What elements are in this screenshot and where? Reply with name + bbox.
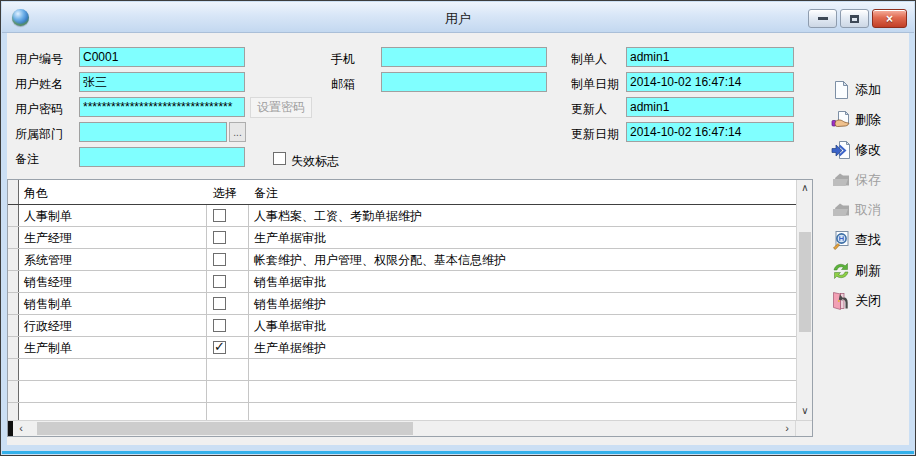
- save-button[interactable]: 保存: [831, 169, 881, 191]
- titlebar[interactable]: 用户 ×: [2, 2, 914, 33]
- table-header-row: 角色 选择 备注: [8, 180, 796, 205]
- remark-field[interactable]: [79, 147, 245, 167]
- role-cell: 销售制单: [19, 293, 207, 314]
- creator-label: 制单人: [571, 51, 607, 68]
- set-password-button[interactable]: 设置密码: [250, 97, 312, 118]
- horizontal-scrollbar[interactable]: ‹ ›: [8, 420, 812, 436]
- add-icon: [831, 80, 851, 100]
- remark-cell: 生产单据审批: [249, 227, 796, 248]
- close-button[interactable]: ×: [872, 9, 907, 28]
- role-cell: 系统管理: [19, 249, 207, 270]
- empty-table-row: [8, 359, 796, 381]
- row-selector[interactable]: [8, 337, 19, 358]
- user-code-label: 用户编号: [15, 51, 63, 68]
- scroll-down-icon[interactable]: ∨: [797, 403, 813, 420]
- find-button[interactable]: 查找: [831, 229, 881, 251]
- row-selector[interactable]: [8, 227, 19, 248]
- cancel-button[interactable]: 取消: [831, 199, 881, 221]
- table-row[interactable]: 行政经理 人事单据审批: [8, 315, 796, 337]
- password-field[interactable]: [79, 97, 245, 117]
- close-form-button[interactable]: 关闭: [831, 290, 881, 312]
- minimize-icon: [818, 17, 828, 20]
- roles-grid: 角色 选择 备注 人事制单 人事档案、工资、考勤单据维护 生产经理 生产单据审批: [8, 180, 796, 420]
- table-row[interactable]: 销售制单 销售单据维护: [8, 293, 796, 315]
- invalid-flag-checkbox[interactable]: [273, 152, 286, 165]
- create-date-label: 制单日期: [571, 76, 619, 93]
- roles-table: 角色 选择 备注 人事制单 人事档案、工资、考勤单据维护 生产经理 生产单据审批: [7, 179, 813, 437]
- minimize-button[interactable]: [808, 9, 837, 28]
- invalid-flag-label: 失效标志: [291, 153, 339, 170]
- vertical-scroll-thumb[interactable]: [799, 232, 811, 332]
- table-row[interactable]: 生产经理 生产单据审批: [8, 227, 796, 249]
- updater-field[interactable]: [626, 97, 794, 117]
- modify-icon: [831, 140, 851, 160]
- scroll-up-icon[interactable]: ∧: [797, 180, 813, 197]
- update-date-label: 更新日期: [571, 126, 619, 143]
- role-cell: 人事制单: [19, 205, 207, 226]
- scrollbar-corner: [795, 421, 812, 436]
- vertical-scrollbar[interactable]: ∧ ∨: [796, 180, 812, 420]
- find-icon: [831, 230, 851, 250]
- empty-table-row: [8, 403, 796, 420]
- role-select-checkbox[interactable]: [213, 319, 226, 332]
- window-title: 用户: [2, 10, 914, 28]
- delete-icon: [831, 110, 851, 130]
- role-select-checkbox[interactable]: [213, 341, 226, 354]
- column-header-role[interactable]: 角色: [19, 180, 207, 204]
- remark-cell: 人事档案、工资、考勤单据维护: [249, 205, 796, 226]
- mobile-field[interactable]: [381, 47, 547, 67]
- scroll-right-icon[interactable]: ›: [779, 421, 795, 436]
- email-label: 邮箱: [331, 76, 355, 93]
- remark-cell: 人事单据审批: [249, 315, 796, 336]
- maximize-icon: [850, 15, 859, 23]
- role-select-checkbox[interactable]: [213, 253, 226, 266]
- remark-cell: 销售单据审批: [249, 271, 796, 292]
- role-select-checkbox[interactable]: [213, 231, 226, 244]
- cancel-icon: [831, 200, 851, 220]
- column-header-select[interactable]: 选择: [207, 180, 249, 204]
- role-select-checkbox[interactable]: [213, 275, 226, 288]
- role-cell: 行政经理: [19, 315, 207, 336]
- maximize-button[interactable]: [840, 9, 869, 28]
- update-date-field[interactable]: [626, 122, 794, 142]
- remark-cell: 销售单据维护: [249, 293, 796, 314]
- user-name-label: 用户姓名: [15, 76, 63, 93]
- row-selector[interactable]: [8, 293, 19, 314]
- user-dialog-window: 用户 × 用户编号 用户姓名 用户密码 设置密码 所属部门 ... 备注 手机 …: [0, 0, 916, 456]
- role-cell: 生产制单: [19, 337, 207, 358]
- role-select-checkbox[interactable]: [213, 297, 226, 310]
- horizontal-scroll-thumb[interactable]: [37, 422, 413, 435]
- empty-table-row: [8, 381, 796, 403]
- role-cell: 生产经理: [19, 227, 207, 248]
- email-field[interactable]: [381, 72, 547, 92]
- row-selector[interactable]: [8, 249, 19, 270]
- column-header-remark[interactable]: 备注: [249, 180, 796, 204]
- table-row[interactable]: 销售经理 销售单据审批: [8, 271, 796, 293]
- close-door-icon: [831, 291, 851, 311]
- creator-field[interactable]: [626, 47, 794, 67]
- table-row[interactable]: 系统管理 帐套维护、用户管理、权限分配、基本信息维护: [8, 249, 796, 271]
- delete-button[interactable]: 删除: [831, 109, 881, 131]
- row-selector[interactable]: [8, 271, 19, 292]
- department-field[interactable]: [79, 122, 227, 142]
- role-select-checkbox[interactable]: [213, 209, 226, 222]
- user-code-field[interactable]: [79, 47, 245, 67]
- create-date-field[interactable]: [626, 72, 794, 92]
- table-row[interactable]: 人事制单 人事档案、工资、考勤单据维护: [8, 205, 796, 227]
- table-row[interactable]: 生产制单 生产单据维护: [8, 337, 796, 359]
- mobile-label: 手机: [331, 51, 355, 68]
- row-selector[interactable]: [8, 315, 19, 336]
- row-selector[interactable]: [8, 205, 19, 226]
- close-x-icon: ×: [886, 12, 893, 26]
- updater-label: 更新人: [571, 101, 607, 118]
- add-button[interactable]: 添加: [831, 79, 881, 101]
- department-label: 所属部门: [15, 126, 63, 143]
- modify-button[interactable]: 修改: [831, 139, 881, 161]
- user-name-field[interactable]: [79, 72, 245, 92]
- refresh-button[interactable]: 刷新: [831, 260, 881, 282]
- window-bottom-accent: [2, 451, 914, 454]
- remark-label: 备注: [15, 151, 39, 168]
- scroll-left-icon[interactable]: ‹: [13, 421, 29, 436]
- role-cell: 销售经理: [19, 271, 207, 292]
- department-browse-button[interactable]: ...: [229, 122, 246, 142]
